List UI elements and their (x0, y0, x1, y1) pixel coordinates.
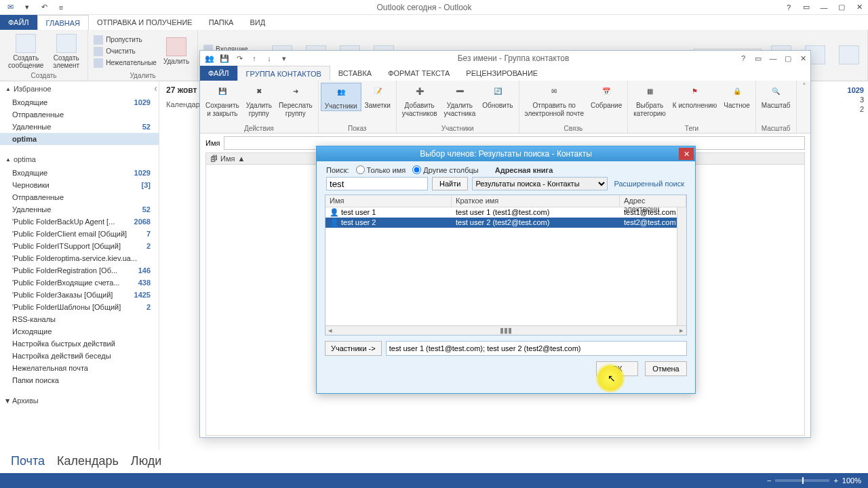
zoom-slider[interactable] (775, 479, 829, 482)
sidebar-item[interactable]: Отправленные (0, 191, 159, 203)
nav-people[interactable]: Люди (131, 454, 161, 468)
sidebar-item[interactable]: 'Public FolderRegistration [Об...146 (0, 264, 159, 277)
sw-ribbon-collapse-icon[interactable]: ˄ (798, 81, 810, 133)
notes-button[interactable]: 📝Заметки (361, 83, 394, 110)
qat-more-icon[interactable]: ≡ (54, 1, 68, 14)
sidebar-item[interactable]: 'Public Folderoptima-service.kiev.ua... (0, 252, 159, 264)
members-button[interactable]: 👥Участники (321, 83, 361, 111)
grid-scrollbar-v[interactable] (677, 207, 686, 325)
tab-view[interactable]: ВИД (241, 15, 273, 30)
zoom-button[interactable]: 🔍Масштаб (758, 83, 794, 110)
sw-tab-file[interactable]: ФАЙЛ (200, 66, 237, 81)
private-button[interactable]: 🔒Частное (720, 83, 753, 110)
sw-help-icon[interactable]: ? (736, 52, 751, 64)
refresh-button[interactable]: 🔄Обновить (479, 83, 516, 110)
meeting-button[interactable]: 📅Собрание (587, 83, 625, 110)
sidebar-item[interactable]: 'Public FolderITSupport [Общий]2 (0, 240, 159, 252)
tab-file[interactable]: ФАЙЛ (0, 15, 37, 30)
category-button[interactable]: ▦Выбрать категорию (630, 83, 669, 117)
ignore-button[interactable]: Пропустить (92, 35, 158, 45)
close-icon[interactable]: ✕ (850, 1, 868, 14)
sw-tab-review[interactable]: РЕЦЕНЗИРОВАНИЕ (458, 66, 546, 81)
sort-asc-icon[interactable]: ▲ (237, 155, 245, 163)
delete-group-button[interactable]: ✖Удалить группу (243, 83, 275, 117)
sidebar-item[interactable]: Настройка действий беседы (0, 350, 159, 362)
sidebar-item[interactable]: Входящие1029 (0, 96, 159, 108)
tab-sendrecv[interactable]: ОТПРАВКА И ПОЛУЧЕНИЕ (89, 15, 201, 30)
sidebar-item[interactable]: RSS-каналы (0, 313, 159, 325)
sidebar-item[interactable]: Настройка быстрых действий (0, 338, 159, 350)
sw-minimize-icon[interactable]: — (766, 52, 781, 64)
dialog-close-icon[interactable]: ✕ (679, 148, 694, 160)
sw-undo-icon[interactable]: ↷ (233, 52, 246, 64)
sidebar-item[interactable]: 'Public FolderВходящие счета...438 (0, 277, 159, 289)
sidebar-item[interactable]: Черновики[3] (0, 179, 159, 191)
sw-up-icon[interactable]: ↑ (248, 52, 261, 64)
find-button[interactable]: Найти (432, 177, 468, 190)
help-icon[interactable]: ? (780, 1, 797, 14)
zoom-in-icon[interactable]: + (833, 476, 837, 485)
undo-icon[interactable]: ↶ (37, 1, 52, 14)
email-button[interactable]: ✉Отправить по электронной почте (521, 83, 587, 117)
archives-header[interactable]: ▶Архивы (0, 393, 159, 408)
followup-button[interactable]: ⚑К исполнению (669, 83, 720, 110)
sw-more-icon[interactable]: ▾ (277, 52, 291, 64)
tab-home[interactable]: ГЛАВНАЯ (37, 15, 89, 30)
maximize-icon[interactable]: ▢ (833, 1, 850, 14)
sidebar-item[interactable]: Папки поиска (0, 374, 159, 386)
nav-mail[interactable]: Почта (11, 454, 45, 468)
ok-button[interactable]: ОК (596, 361, 638, 376)
ribbon-display-icon[interactable]: ▭ (797, 1, 815, 14)
new-message-button[interactable]: Создать сообщение (4, 34, 47, 69)
more-columns-radio[interactable]: Другие столбцы (412, 165, 479, 174)
sidebar-item[interactable]: 'Public FolderClient email [Общий]7 (0, 228, 159, 240)
members-field[interactable] (386, 341, 687, 356)
address-book-select[interactable]: Результаты поиска - Контакты (472, 177, 608, 190)
remove-member-button[interactable]: ➖Удалить участника (441, 83, 479, 117)
sw-save-icon[interactable]: 💾 (218, 52, 231, 64)
search-input[interactable] (326, 177, 428, 190)
sidebar-item[interactable]: Входящие1029 (0, 167, 159, 179)
sidebar-item[interactable]: 'Public FolderBackUp Agent [...2068 (0, 216, 159, 228)
members-add-button[interactable]: Участники -> (325, 341, 382, 356)
sw-maximize-icon[interactable]: ▢ (781, 52, 795, 64)
sidebar-item[interactable]: optima (0, 133, 159, 145)
forward-group-button[interactable]: ➜Переслать группу (275, 83, 316, 117)
favorites-header[interactable]: ▲Избранное (0, 81, 159, 96)
cancel-button[interactable]: Отмена (645, 361, 687, 376)
sidebar-item[interactable]: Нежелательная почта (0, 362, 159, 374)
col-short[interactable]: Краткое имя (452, 195, 620, 207)
add-members-button[interactable]: ➕Добавить участников (399, 83, 441, 117)
tab-folder[interactable]: ПАПКА (201, 15, 242, 30)
result-row[interactable]: 👤 test user 1test user 1 (test1@test.com… (326, 207, 686, 218)
delete-button[interactable]: Удалить (159, 37, 193, 65)
sw-close-icon[interactable]: ✕ (795, 52, 810, 64)
sidebar-item[interactable]: 'Public FolderЗаказы [Общий]1425 (0, 289, 159, 301)
col-email[interactable]: Адрес электронн (620, 195, 686, 207)
nav-calendar[interactable]: Календарь (57, 454, 119, 468)
advanced-search-link[interactable]: Расширенный поиск (614, 180, 688, 188)
sidebar-item[interactable]: Исходящие (0, 325, 159, 338)
sw-ribbon-opts-icon[interactable]: ▭ (751, 52, 766, 64)
sw-tab-group[interactable]: ГРУППА КОНТАКТОВ (237, 66, 330, 81)
result-row[interactable]: 👤 test user 2test user 2 (test2@test.com… (326, 218, 686, 228)
save-close-button[interactable]: 💾Сохранить и закрыть (202, 83, 243, 117)
sidebar-collapse-icon[interactable]: ‹ (154, 83, 157, 94)
clean-button[interactable]: Очистить (92, 46, 158, 57)
sw-down-icon[interactable]: ↓ (262, 52, 276, 64)
zoom-out-icon[interactable]: − (767, 476, 771, 485)
account-header[interactable]: ▲optima (0, 152, 159, 167)
sidebar-item[interactable]: Удаленные52 (0, 203, 159, 216)
only-name-radio[interactable]: Только имя (356, 165, 406, 174)
sidebar-item[interactable]: Отправленные (0, 108, 159, 121)
sw-tab-format[interactable]: ФОРМАТ ТЕКСТА (380, 66, 458, 81)
qat-dropdown-icon[interactable]: ▾ (20, 1, 35, 14)
junk-button[interactable]: Нежелательные (92, 58, 158, 68)
col-name[interactable]: Имя (326, 195, 452, 207)
sw-tab-insert[interactable]: ВСТАВКА (330, 66, 380, 81)
grid-scrollbar-h[interactable]: ◂▮▮▮▸ (326, 325, 686, 335)
minimize-icon[interactable]: — (815, 1, 833, 14)
sidebar-item[interactable]: Удаленные52 (0, 121, 159, 133)
new-item-button[interactable]: Создать элемент (49, 34, 83, 69)
sidebar-item[interactable]: 'Public FolderШаблоны [Общий]2 (0, 301, 159, 313)
